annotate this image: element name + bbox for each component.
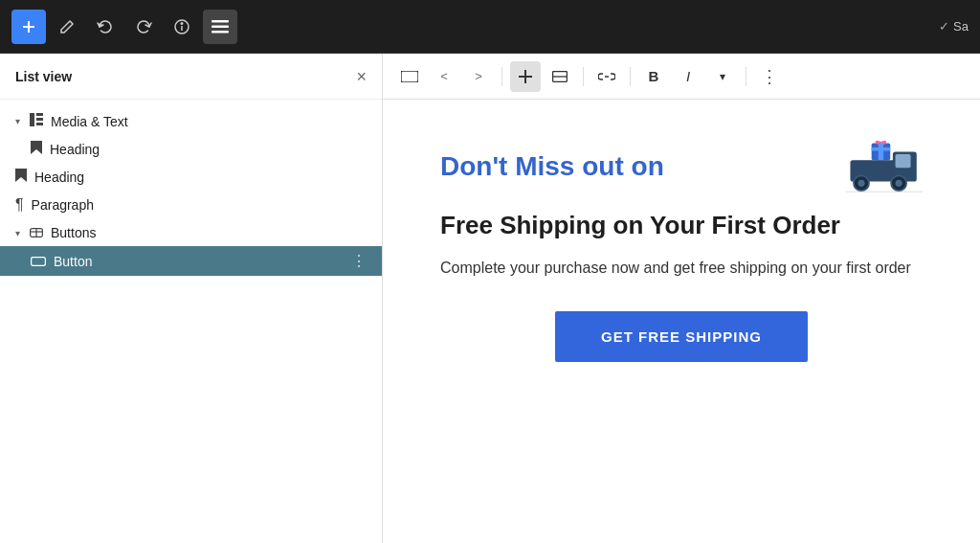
sidebar-item-paragraph-label: Paragraph: [32, 197, 367, 213]
sidebar-item-heading-1-label: Heading: [50, 142, 367, 157]
chevron-down-icon: ▾: [15, 116, 20, 126]
svg-point-32: [896, 180, 902, 187]
toolbar-separator-2: [583, 67, 584, 86]
paragraph-icon: ¶: [15, 196, 24, 214]
sidebar-item-heading-2-label: Heading: [34, 170, 367, 185]
sidebar-item-media-text[interactable]: ▾ Media & Text: [0, 107, 382, 135]
sidebar-item-button-label: Button: [54, 254, 344, 269]
svg-rect-18: [401, 71, 418, 82]
svg-rect-9: [36, 113, 43, 116]
list-view-button[interactable]: [203, 10, 237, 44]
redo-button[interactable]: [126, 10, 161, 44]
toolbar-separator-3: [630, 67, 631, 86]
bookmark-icon-1: [31, 141, 42, 157]
paragraph-text: Complete your purchase now and get free …: [440, 256, 923, 281]
cta-button[interactable]: GET FREE SHIPPING: [555, 311, 808, 362]
chevron-down-icon-buttons: ▾: [15, 228, 20, 238]
bookmark-icon-2: [15, 169, 27, 185]
right-panel: < > B I ▾ ⋮ Don't Mis: [383, 54, 980, 543]
sidebar-item-media-text-label: Media & Text: [51, 114, 367, 129]
svg-rect-6: [212, 25, 229, 28]
toolbar-separator-4: [746, 67, 746, 86]
svg-rect-5: [212, 20, 229, 23]
promo-heading: Don't Miss out on: [440, 151, 664, 182]
undo-button[interactable]: [88, 10, 122, 44]
buttons-icon: [30, 225, 43, 240]
align-button[interactable]: [394, 61, 425, 92]
save-checkmark: ✓: [939, 19, 949, 34]
toolbar-separator-1: [501, 67, 502, 86]
svg-rect-11: [36, 123, 43, 125]
button-icon: [31, 254, 46, 269]
sidebar-item-paragraph[interactable]: ¶ Paragraph: [0, 191, 382, 219]
sidebar-tree: ▾ Media & Text Heading Heading: [0, 100, 382, 543]
layout-button[interactable]: [545, 61, 575, 92]
save-status: ✓ Sa: [939, 19, 969, 34]
sidebar-close-button[interactable]: ×: [356, 68, 367, 85]
svg-rect-8: [30, 113, 34, 126]
pen-button[interactable]: [50, 10, 84, 44]
svg-marker-12: [31, 141, 42, 154]
main-heading: Free Shipping on Your First Order: [440, 211, 923, 240]
sidebar: List view × ▾ Media & Text Heading: [0, 54, 383, 543]
chevron-right-button[interactable]: >: [463, 61, 494, 92]
dropdown-button[interactable]: ▾: [707, 61, 738, 92]
chevron-left-button[interactable]: <: [429, 61, 459, 92]
block-icon: [30, 113, 43, 129]
save-label: Sa: [953, 19, 969, 34]
svg-point-4: [181, 22, 183, 24]
svg-rect-25: [872, 147, 891, 151]
main-area: List view × ▾ Media & Text Heading: [0, 54, 980, 543]
sidebar-item-buttons[interactable]: ▾ Buttons: [0, 219, 382, 246]
italic-button[interactable]: I: [673, 61, 703, 92]
svg-rect-10: [36, 118, 43, 121]
editor-content: Don't Miss out on: [383, 100, 980, 543]
transform-button[interactable]: [510, 61, 541, 92]
truck-icon: [846, 138, 923, 195]
svg-rect-7: [212, 31, 229, 34]
content-block: Don't Miss out on: [440, 138, 923, 362]
svg-rect-28: [896, 154, 911, 168]
bold-button[interactable]: B: [638, 61, 669, 92]
sidebar-item-button[interactable]: Button ⋮: [0, 246, 382, 276]
svg-marker-13: [15, 169, 27, 182]
svg-rect-17: [32, 257, 46, 265]
main-toolbar: ✓ Sa: [0, 0, 980, 54]
add-button[interactable]: [11, 10, 46, 44]
more-options-icon[interactable]: ⋮: [351, 252, 367, 270]
sidebar-item-heading-1[interactable]: Heading: [0, 135, 382, 163]
sidebar-item-buttons-label: Buttons: [51, 225, 367, 240]
promo-row: Don't Miss out on: [440, 138, 923, 195]
editor-toolbar: < > B I ▾ ⋮: [383, 54, 980, 100]
info-button[interactable]: [165, 10, 199, 44]
svg-point-30: [858, 180, 864, 187]
sidebar-header: List view ×: [0, 54, 382, 100]
more-options-button[interactable]: ⋮: [754, 61, 785, 92]
link-button[interactable]: [591, 61, 622, 92]
sidebar-item-heading-2[interactable]: Heading: [0, 163, 382, 191]
sidebar-title: List view: [15, 69, 72, 84]
